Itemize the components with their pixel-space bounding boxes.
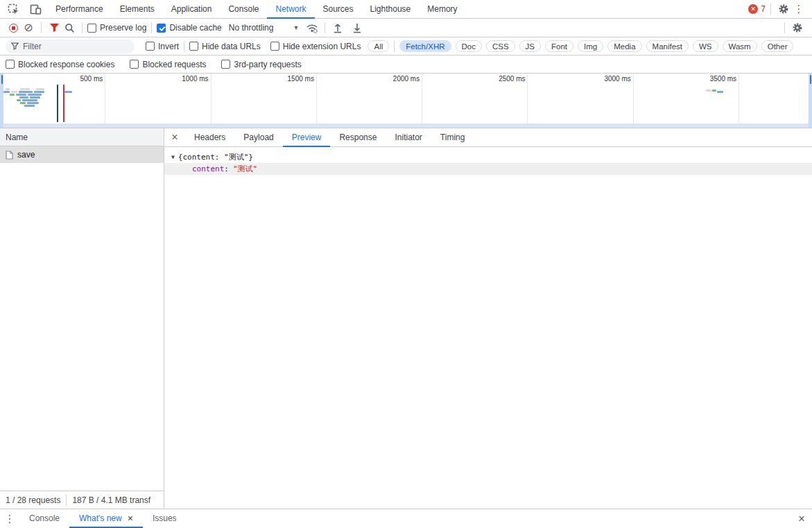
divider: [151, 22, 152, 33]
filter-type-all[interactable]: All: [368, 40, 389, 52]
filter-type-manifest[interactable]: Manifest: [646, 40, 689, 52]
checkbox-unchecked: [146, 42, 155, 51]
json-root-summary: {content: "测试"}: [178, 152, 253, 162]
drawer-tab-issues[interactable]: Issues: [143, 509, 187, 528]
tick-label-2000ms: 2000 ms: [317, 74, 422, 124]
hide-extension-urls-label: Hide extension URLs: [283, 42, 361, 51]
request-list-empty-area: [0, 163, 164, 491]
filter-type-font[interactable]: Font: [545, 40, 573, 52]
drawer-kebab-menu-icon[interactable]: ⋮: [0, 509, 19, 528]
device-toolbar-icon[interactable]: [28, 1, 43, 17]
network-conditions-icon[interactable]: [304, 20, 320, 35]
json-root-row[interactable]: ▼ {content: "测试"}: [164, 151, 812, 163]
name-column-header[interactable]: Name: [0, 128, 164, 146]
tab-payload[interactable]: Payload: [234, 128, 282, 147]
blocked-response-cookies-checkbox[interactable]: Blocked response cookies: [6, 60, 114, 69]
divider: [784, 22, 785, 33]
drawer-tab-console[interactable]: Console: [19, 509, 69, 528]
close-details-icon[interactable]: ×: [164, 128, 185, 146]
json-property-row[interactable]: content:"测试": [164, 163, 812, 175]
tab-application[interactable]: Application: [163, 0, 221, 19]
tab-memory[interactable]: Memory: [419, 0, 465, 19]
export-har-icon[interactable]: [349, 20, 365, 35]
error-badge[interactable]: ✕ 7: [748, 4, 766, 14]
tab-performance[interactable]: Performance: [47, 0, 112, 19]
overview-left-drag-handle[interactable]: [0, 74, 3, 128]
network-toolbar: ⊘ Preserve log Disable cache No throttli…: [0, 19, 812, 37]
disable-cache-checkbox[interactable]: Disable cache: [157, 23, 221, 33]
filter-type-other[interactable]: Other: [761, 40, 794, 52]
filter-type-css[interactable]: CSS: [486, 40, 515, 52]
whats-new-close-icon[interactable]: ×: [128, 513, 133, 524]
overview-right-drag-handle[interactable]: [809, 74, 812, 128]
error-count: 7: [761, 4, 766, 14]
throttling-select[interactable]: No throttling ▼: [229, 23, 300, 33]
hide-data-urls-checkbox[interactable]: Hide data URLs: [189, 42, 261, 51]
drawer-toolbar: ⋮ Console What's new × Issues ×: [0, 509, 812, 528]
checkbox-unchecked: [221, 60, 230, 69]
error-icon: ✕: [748, 4, 758, 14]
load-event-line: [63, 85, 64, 122]
filter-input-funnel-icon: [11, 42, 19, 50]
filter-type-wasm[interactable]: Wasm: [723, 40, 757, 52]
clear-network-log-icon[interactable]: ⊘: [21, 20, 36, 35]
drawer-tab-whats-new-label: What's new: [79, 513, 122, 523]
record-network-log-icon[interactable]: [6, 20, 21, 35]
drawer-close-icon[interactable]: ×: [798, 512, 805, 526]
kebab-menu-icon[interactable]: ⋮: [791, 1, 806, 17]
filter-type-media[interactable]: Media: [607, 40, 641, 52]
blocked-requests-label: Blocked requests: [142, 60, 206, 69]
tab-network[interactable]: Network: [267, 0, 314, 19]
checkbox-unchecked: [130, 60, 139, 69]
hide-extension-urls-checkbox[interactable]: Hide extension URLs: [270, 42, 361, 51]
tab-elements[interactable]: Elements: [112, 0, 163, 19]
third-party-requests-checkbox[interactable]: 3rd-party requests: [221, 60, 301, 69]
advanced-filters-row: Blocked response cookies Blocked request…: [0, 56, 812, 74]
filter-input-wrap: [6, 40, 135, 53]
tab-timing[interactable]: Timing: [431, 128, 474, 147]
tree-expand-icon[interactable]: ▼: [171, 154, 175, 160]
blocked-response-cookies-label: Blocked response cookies: [18, 60, 114, 69]
tab-response[interactable]: Response: [330, 128, 386, 147]
tab-preview[interactable]: Preview: [283, 128, 331, 147]
request-name: save: [17, 150, 35, 160]
divider: [82, 22, 83, 33]
filter-funnel-icon[interactable]: [46, 20, 62, 35]
filter-type-fetch-xhr[interactable]: Fetch/XHR: [399, 40, 451, 52]
import-har-icon[interactable]: [330, 20, 345, 35]
filter-type-js[interactable]: JS: [519, 40, 541, 52]
search-icon[interactable]: [62, 20, 77, 35]
tab-headers[interactable]: Headers: [185, 128, 234, 147]
tab-console[interactable]: Console: [220, 0, 267, 19]
document-icon: [6, 151, 13, 160]
filter-type-doc[interactable]: Doc: [456, 40, 482, 52]
blocked-requests-checkbox[interactable]: Blocked requests: [130, 60, 206, 69]
divider: [394, 41, 395, 52]
divider: [770, 3, 771, 15]
tab-lighthouse[interactable]: Lighthouse: [362, 0, 420, 19]
inspect-element-icon[interactable]: [6, 1, 21, 17]
divider: [66, 495, 67, 506]
property-colon: :: [224, 164, 229, 173]
tab-sources[interactable]: Sources: [315, 0, 362, 19]
timeline-grid: 500 ms 1000 ms 1500 ms 2000 ms 2500 ms 3…: [0, 74, 812, 124]
network-overview-timeline[interactable]: 500 ms 1000 ms 1500 ms 2000 ms 2500 ms 3…: [0, 74, 812, 128]
tab-initiator[interactable]: Initiator: [386, 128, 431, 147]
tick-label-500ms: 500 ms: [0, 74, 105, 124]
preserve-log-checkbox[interactable]: Preserve log: [87, 23, 146, 33]
request-list-pane: Name save 1 / 28 requests 187 B / 4.1 MB…: [0, 128, 164, 509]
network-settings-gear-icon[interactable]: [790, 20, 805, 35]
preserve-log-label: Preserve log: [100, 23, 146, 33]
filter-type-img[interactable]: Img: [578, 40, 603, 52]
drawer-tab-whats-new[interactable]: What's new ×: [69, 509, 143, 528]
filter-input[interactable]: [23, 42, 120, 51]
invert-checkbox[interactable]: Invert: [146, 42, 179, 51]
divider: [41, 22, 42, 33]
disable-cache-label: Disable cache: [169, 23, 221, 33]
network-main-area: Name save 1 / 28 requests 187 B / 4.1 MB…: [0, 128, 812, 509]
tick-label-3500ms: 3500 ms: [634, 74, 739, 124]
filter-type-ws[interactable]: WS: [693, 40, 718, 52]
property-value: "测试": [233, 164, 257, 174]
request-row-save[interactable]: save: [0, 146, 164, 163]
settings-gear-icon[interactable]: [776, 1, 791, 17]
